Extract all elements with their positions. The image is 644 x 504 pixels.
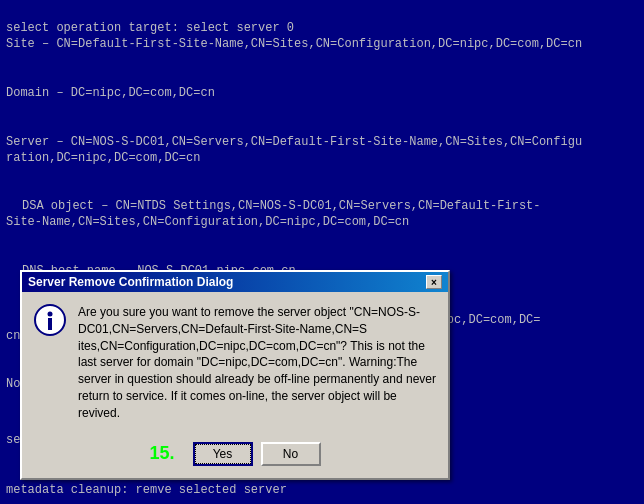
line-10: metadata cleanup: remve selected server (6, 483, 287, 497)
dialog-footer: 15. Yes No (22, 434, 448, 478)
svg-point-1 (48, 312, 53, 317)
line-1: select operation target: select server 0 (6, 21, 294, 35)
dialog-title: Server Remove Confirmation Dialog (28, 275, 233, 289)
dialog-message: Are you sure you want to remove the serv… (78, 304, 436, 422)
line-7b: cn (6, 329, 20, 343)
dialog-body: Are you sure you want to remove the serv… (22, 292, 448, 434)
server-remove-dialog: Server Remove Confirmation Dialog × Are … (20, 270, 450, 480)
no-button[interactable]: No (261, 442, 321, 466)
step15-number: 15. (149, 443, 174, 464)
dialog-info-icon (34, 304, 66, 336)
yes-button[interactable]: Yes (193, 442, 253, 466)
line-3: Domain – DC=nipc,DC=com,DC=cn (6, 86, 215, 100)
svg-rect-2 (48, 318, 52, 330)
line-5b: Site-Name,CN=Sites,CN=Configuration,DC=n… (6, 215, 409, 229)
terminal-window: select operation target: select server 0… (0, 0, 644, 504)
dialog-titlebar: Server Remove Confirmation Dialog × (22, 272, 448, 292)
line-5: DSA object – CN=NTDS Settings,CN=NOS-S-D… (22, 199, 540, 213)
line-2: Site – CN=Default-First-Site-Name,CN=Sit… (6, 37, 582, 51)
line-4b: ration,DC=nipc,DC=com,DC=cn (6, 151, 200, 165)
dialog-close-button[interactable]: × (426, 275, 442, 289)
line-4: Server – CN=NOS-S-DC01,CN=Servers,CN=Def… (6, 135, 582, 149)
